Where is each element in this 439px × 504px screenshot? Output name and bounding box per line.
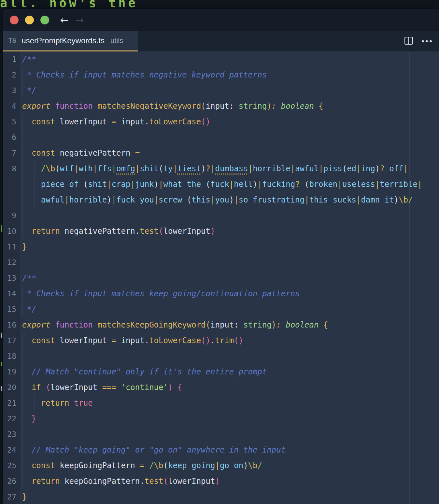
file-tab[interactable]: TS userPromptKeywords.ts utils — [3, 31, 138, 51]
token: ( — [83, 180, 88, 189]
line-number: 8 — [3, 161, 16, 176]
split-editor-icon[interactable] — [404, 37, 413, 45]
code-text: * Checks if input matches keep going/con… — [22, 286, 439, 301]
token: / — [41, 164, 46, 173]
token: damn it — [361, 195, 394, 204]
token: lowerInput — [60, 117, 112, 126]
code-line: 24 // Match "keep going" or "go on" anyw… — [3, 442, 439, 458]
token: export — [22, 102, 55, 111]
forward-button[interactable]: → — [76, 15, 84, 25]
token: | — [210, 164, 215, 173]
back-button[interactable]: ← — [60, 15, 68, 25]
token — [22, 367, 32, 376]
code-text: * Checks if input matches negative keywo… — [22, 67, 439, 83]
token: ) — [210, 227, 215, 236]
token: ty — [163, 164, 173, 173]
line-number: 9 — [3, 208, 16, 223]
code-text: /** — [22, 51, 439, 67]
token: { — [319, 102, 323, 111]
token: terrible — [380, 180, 418, 189]
code-text: const lowerInput = input.toLowerCase() — [22, 114, 439, 130]
token: | — [418, 180, 422, 189]
more-actions-icon[interactable]: ●●● — [421, 38, 433, 44]
token: () — [201, 117, 210, 126]
editor[interactable]: 1/**2 * Checks if input matches negative… — [3, 51, 439, 504]
code-text — [22, 348, 439, 364]
code-text: const negativePattern = — [22, 145, 439, 161]
token: ? — [295, 180, 300, 189]
line-number: 23 — [3, 427, 16, 442]
token: ) — [272, 320, 276, 329]
close-button[interactable] — [10, 16, 19, 24]
code-line: 20 if (lowerInput === 'continue') { — [3, 380, 439, 395]
token: export — [22, 320, 55, 329]
token: lowerInput — [163, 227, 211, 236]
token: | — [210, 195, 215, 204]
zoom-button[interactable] — [40, 16, 49, 24]
token — [22, 336, 32, 345]
code-text: } — [22, 489, 439, 504]
token: matchesKeepGoingKeyword — [97, 320, 205, 329]
token: off — [385, 164, 404, 173]
token: string — [239, 102, 267, 111]
token: if — [32, 383, 46, 392]
token: boolean — [286, 320, 323, 329]
background-fragment — [1, 386, 2, 391]
code-line: 18 — [3, 348, 439, 364]
token: = — [135, 148, 140, 158]
token: / — [149, 461, 154, 470]
line-number: 1 — [3, 51, 16, 67]
token: test — [145, 477, 163, 486]
token: ( — [46, 383, 50, 392]
token: screw — [159, 195, 187, 204]
token — [22, 195, 41, 204]
token — [173, 383, 177, 392]
token: /** — [22, 273, 36, 283]
token: ) — [394, 195, 399, 204]
token — [22, 477, 32, 486]
token: ) — [267, 102, 271, 111]
token: /** — [22, 55, 36, 64]
line-number: 12 — [3, 255, 16, 270]
code-text: awful|horrible)|fuck you|screw (this|you… — [22, 192, 439, 208]
token: lowerInput — [168, 477, 215, 486]
code-line: 12 — [3, 255, 439, 270]
token: | — [112, 164, 116, 173]
token: trim — [215, 336, 234, 345]
minimize-button[interactable] — [25, 16, 34, 24]
token: const — [32, 117, 60, 126]
code-line: 23 — [3, 427, 439, 442]
code-line: 11} — [3, 239, 439, 255]
token: | — [304, 195, 309, 204]
code-line: 26 return keepGoingPattern.test(lowerInp… — [3, 473, 439, 489]
code-line: 16export function matchesKeepGoingKeywor… — [3, 317, 439, 333]
code-line: 19 // Match "continue" only if it's the … — [3, 364, 439, 380]
token: } — [22, 242, 27, 251]
line-number: 21 — [3, 395, 16, 411]
token: ) — [253, 180, 257, 189]
code-line: 1/** — [3, 51, 439, 67]
token: ( — [187, 195, 191, 204]
code-text: */ — [22, 301, 439, 317]
token: function — [55, 320, 97, 329]
token: what the — [163, 180, 206, 189]
token: true — [74, 399, 93, 408]
line-number: 2 — [3, 67, 16, 83]
line-number: 20 — [3, 380, 16, 395]
code-text: return keepGoingPattern.test(lowerInput) — [22, 473, 439, 489]
code-line: 13/** — [3, 270, 439, 286]
code-line: 15 */ — [3, 301, 439, 317]
token: negativePattern — [60, 148, 135, 158]
line-number: 11 — [3, 239, 16, 255]
token: awful — [41, 195, 64, 204]
code-line: 8 /\b(wtf|wth|ffs|omfg|shit(ty|tiest)?|d… — [3, 161, 439, 176]
token: | — [248, 164, 253, 173]
line-number — [3, 192, 16, 208]
code-text — [22, 130, 439, 145]
token: = — [140, 461, 149, 470]
typescript-file-icon: TS — [8, 37, 16, 44]
token: ( — [159, 227, 163, 236]
token: horrible — [69, 195, 107, 204]
token: } — [32, 414, 36, 423]
token: = — [112, 117, 121, 126]
